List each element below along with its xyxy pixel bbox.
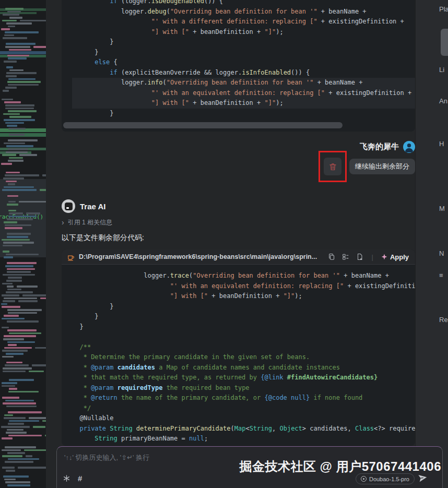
red-annotation-box (319, 151, 347, 182)
apply-button[interactable]: Apply (381, 253, 409, 261)
trash-icon (328, 162, 337, 171)
reference-toggle[interactable]: › 引用 1 相关信息 (62, 218, 415, 227)
input-placeholder: '↑↓' 切换历史输入, '⇧↵' 换行 (64, 453, 149, 462)
panel-text-fragment: ≡ (439, 271, 443, 279)
panel-text-fragment: H (439, 140, 444, 148)
chevron-right-icon: › (62, 219, 64, 225)
divider: | (371, 253, 373, 261)
code-content-file: logger.trace("Overriding bean definition… (62, 265, 415, 444)
delete-message-button[interactable] (324, 158, 341, 175)
panel-scrollbar-thumb[interactable] (441, 29, 448, 56)
compare-icon[interactable] (342, 253, 349, 260)
file-path: D:\Program\SAVE4\springframework6\spring… (79, 253, 324, 260)
java-file-icon (67, 253, 75, 261)
right-side-panel: PlaLiAnHMN≡Re (415, 0, 448, 488)
person-icon (403, 141, 415, 153)
user-message-row: 继续输出剩余部分 (46, 151, 415, 182)
skills-icon[interactable] (63, 474, 70, 482)
assistant-header: Trae AI (62, 199, 415, 213)
input-toolbar: # (63, 474, 82, 483)
code-content-top: if (logger.isDebugEnabled()) { logger.de… (62, 0, 415, 118)
code-actions: | Apply (328, 253, 409, 261)
insert-file-icon[interactable] (356, 253, 363, 260)
user-avatar (403, 141, 415, 153)
assistant-name: Trae AI (80, 202, 105, 211)
doubao-logo-icon (361, 476, 367, 482)
code-block-top: if (logger.isDebugEnabled()) { logger.de… (62, 0, 415, 132)
chat-panel: if (logger.isDebugEnabled()) { logger.de… (46, 0, 415, 488)
panel-text-fragment: Li (439, 66, 444, 74)
assistant-reply-text: 以下是文件剩余部分代码: (62, 233, 415, 243)
context-hash-icon[interactable]: # (78, 474, 82, 483)
user-name: 飞奔的犀牛 (360, 142, 399, 152)
model-name: Doubao-1.5-pro (369, 476, 409, 482)
panel-text-fragment: Pla (439, 5, 448, 13)
watermark-text: 掘金技术社区 @ 用户57067441406 (239, 458, 441, 475)
reference-label: 引用 1 相关信息 (68, 218, 112, 227)
apply-label: Apply (390, 253, 409, 261)
panel-text-fragment: M (439, 205, 445, 212)
user-message-bubble: 继续输出剩余部分 (349, 159, 415, 174)
model-selector[interactable]: Doubao-1.5-pro (356, 473, 415, 484)
sparkle-icon (381, 254, 387, 260)
panel-text-fragment: An (439, 97, 447, 105)
code-block-file: D:\Program\SAVE4\springframework6\spring… (62, 249, 415, 446)
editor-minimap[interactable]: r.isTraceEnabled() (0, 0, 46, 488)
panel-text-fragment: Re (439, 316, 448, 324)
panel-text-fragment: N (439, 249, 444, 257)
code-block-header: D:\Program\SAVE4\springframework6\spring… (62, 249, 415, 265)
horizontal-scrollbar[interactable] (63, 122, 343, 128)
trae-ai-logo-icon (62, 199, 75, 213)
copy-icon[interactable] (328, 253, 335, 260)
